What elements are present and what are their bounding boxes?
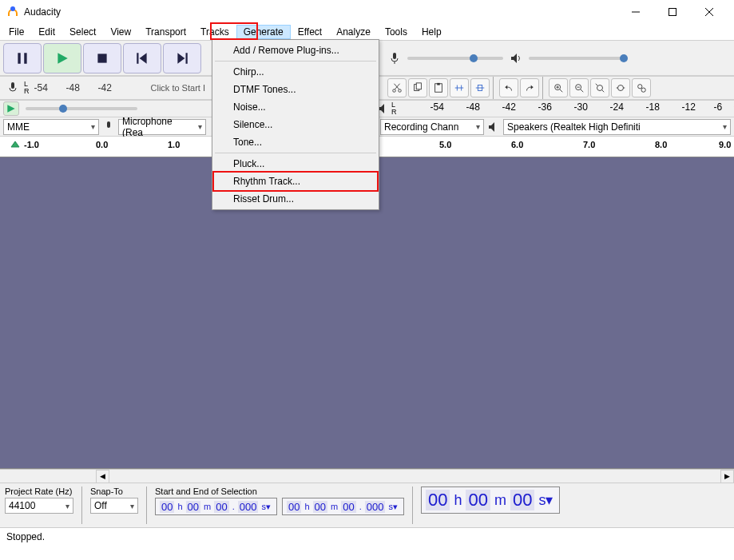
- svg-point-46: [641, 88, 645, 92]
- menu-view[interactable]: View: [103, 25, 138, 39]
- svg-marker-47: [7, 105, 14, 112]
- mic-icon: [388, 52, 401, 65]
- app-icon: [6, 6, 19, 18]
- svg-rect-16: [11, 82, 14, 89]
- menubar: File Edit Select View Transport Tracks G…: [0, 24, 734, 40]
- svg-point-0: [10, 6, 15, 11]
- silence-button[interactable]: [470, 78, 490, 97]
- trim-button[interactable]: [450, 78, 469, 97]
- svg-marker-15: [511, 54, 517, 63]
- menuitem-pluck[interactable]: Pluck...: [214, 155, 377, 173]
- menu-tools[interactable]: Tools: [378, 25, 415, 39]
- menuitem-dtmf-tones[interactable]: DTMF Tones...: [214, 81, 377, 98]
- svg-point-18: [399, 89, 402, 93]
- menuitem-chirp[interactable]: Chirp...: [214, 63, 377, 81]
- h-scrollbar[interactable]: ◀ ▶: [0, 469, 734, 483]
- svg-marker-11: [177, 53, 184, 64]
- highlight-rhythm-track: Rhythm Track...: [212, 171, 379, 192]
- svg-line-33: [560, 89, 563, 93]
- paste-button[interactable]: [429, 78, 448, 97]
- menuitem-silence[interactable]: Silence...: [214, 116, 377, 133]
- zoom-out-button[interactable]: [569, 78, 589, 97]
- selection-range-label: Start and End of Selection: [155, 487, 404, 496]
- play-button[interactable]: [43, 43, 81, 73]
- pin-icon[interactable]: [10, 140, 21, 153]
- minimize-button[interactable]: [617, 0, 654, 24]
- stop-button[interactable]: [83, 43, 121, 73]
- selection-toolbar: Project Rate (Hz) 44100 Snap-To Off Star…: [0, 483, 734, 527]
- project-rate-select[interactable]: 44100: [5, 498, 73, 514]
- svg-rect-24: [437, 83, 440, 85]
- menu-tracks[interactable]: Tracks: [193, 25, 236, 39]
- snap-select[interactable]: Off: [90, 498, 138, 514]
- svg-point-17: [393, 89, 396, 93]
- play-volume-slider[interactable]: [524, 57, 629, 60]
- audio-host-select[interactable]: MME: [3, 119, 99, 135]
- redo-button[interactable]: [520, 78, 539, 97]
- maximize-button[interactable]: [654, 0, 691, 24]
- rec-volume-slider[interactable]: [403, 57, 508, 60]
- close-button[interactable]: [691, 0, 728, 24]
- project-rate-label: Project Rate (Hz): [5, 487, 73, 496]
- status-text: Stopped.: [6, 531, 45, 542]
- selection-start-time[interactable]: 00h 00m 00. 000s▾: [155, 498, 277, 515]
- menu-analyze[interactable]: Analyze: [329, 25, 378, 39]
- generate-dropdown: Add / Remove Plug-ins...Chirp...DTMF Ton…: [212, 39, 379, 210]
- zoom-toggle-button[interactable]: [632, 78, 651, 97]
- skip-start-button[interactable]: [123, 43, 161, 73]
- menu-effect[interactable]: Effect: [291, 25, 329, 39]
- menuitem-tone[interactable]: Tone...: [214, 133, 377, 151]
- play-speed-slider[interactable]: [21, 107, 142, 110]
- undo-button[interactable]: [499, 78, 518, 97]
- lr-label: LR: [24, 81, 30, 95]
- zoom-in-button[interactable]: [549, 78, 568, 97]
- fit-project-button[interactable]: [611, 78, 630, 97]
- selection-end-time[interactable]: 00h 00m 00. 000s▾: [282, 498, 404, 515]
- rec-channels-select[interactable]: Recording Chann: [380, 119, 484, 135]
- svg-rect-49: [107, 121, 110, 128]
- rec-device-select[interactable]: Microphone (Rea: [118, 119, 206, 135]
- speaker-icon: [510, 52, 522, 65]
- menuitem-add-remove-plug-ins[interactable]: Add / Remove Plug-ins...: [214, 42, 377, 59]
- svg-rect-5: [18, 53, 20, 64]
- svg-marker-7: [58, 53, 67, 64]
- menu-edit[interactable]: Edit: [31, 25, 62, 39]
- svg-marker-10: [140, 53, 147, 64]
- menu-file[interactable]: File: [2, 25, 31, 39]
- svg-line-37: [581, 89, 584, 93]
- menuitem-noise[interactable]: Noise...: [214, 98, 377, 116]
- menuitem-rhythm-track[interactable]: Rhythm Track...: [214, 173, 377, 190]
- svg-rect-9: [137, 53, 138, 64]
- speaker-device-icon: [487, 121, 500, 133]
- play-device-select[interactable]: Speakers (Realtek High Definiti: [503, 119, 731, 135]
- menu-transport[interactable]: Transport: [138, 25, 193, 39]
- fit-selection-button[interactable]: [590, 78, 609, 97]
- mic-meter-icon: [6, 81, 19, 94]
- titlebar: Audacity: [0, 0, 734, 24]
- menu-help[interactable]: Help: [415, 25, 449, 39]
- snap-label: Snap-To: [90, 487, 138, 496]
- rec-meter[interactable]: LR -54 -48 -42 Click to Start I: [3, 81, 208, 95]
- play-at-speed-button[interactable]: [3, 101, 19, 116]
- scroll-left-button[interactable]: ◀: [96, 470, 109, 483]
- svg-marker-48: [379, 104, 384, 113]
- scroll-right-button[interactable]: ▶: [720, 470, 734, 483]
- pause-button[interactable]: [3, 43, 42, 73]
- svg-rect-6: [24, 53, 26, 64]
- svg-point-39: [597, 85, 602, 91]
- svg-marker-31: [531, 85, 534, 89]
- audio-position-time[interactable]: 00h 00m 00s▾: [421, 487, 560, 514]
- rec-meter-hint: Click to Start I: [151, 83, 205, 93]
- svg-rect-13: [393, 53, 396, 59]
- menuitem-risset-drum[interactable]: Risset Drum...: [214, 190, 377, 208]
- copy-button[interactable]: [408, 78, 427, 97]
- cut-button[interactable]: [387, 78, 407, 97]
- svg-line-40: [596, 84, 598, 86]
- svg-rect-12: [186, 53, 188, 64]
- svg-line-19: [395, 84, 399, 89]
- svg-line-41: [602, 90, 605, 93]
- svg-rect-2: [669, 9, 676, 16]
- menu-generate[interactable]: Generate: [236, 25, 291, 39]
- menu-select[interactable]: Select: [62, 25, 103, 39]
- skip-end-button[interactable]: [163, 43, 201, 73]
